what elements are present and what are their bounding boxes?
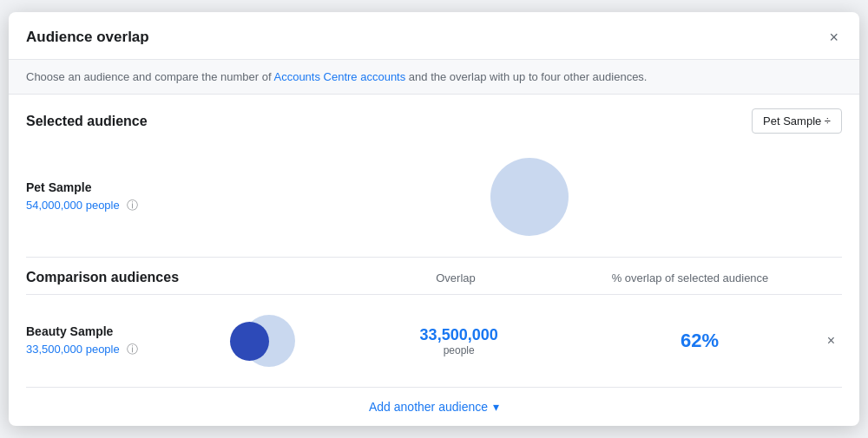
modal-subtitle: Choose an audience and compare the numbe…: [9, 60, 859, 95]
selected-audience-count: 54,000,000 people: [26, 199, 120, 212]
comparison-section-title: Comparison audiences: [26, 270, 339, 285]
modal-header: Audience overlap ×: [9, 12, 859, 60]
overlap-percent: 62%: [681, 330, 719, 351]
accounts-centre-link[interactable]: Accounts Centre accounts: [273, 70, 405, 83]
selected-audience-content: Pet Sample 54,000,000 people ⓘ: [26, 144, 842, 257]
overlap-circles: [182, 311, 339, 371]
selected-audience-info: Pet Sample 54,000,000 people ⓘ: [26, 180, 182, 213]
audience-dropdown[interactable]: Pet Sample ÷: [752, 108, 842, 134]
add-audience-button[interactable]: Add another audience ▾: [369, 400, 499, 414]
selected-audience-name: Pet Sample: [26, 180, 182, 194]
overlap-column-header: Overlap: [339, 271, 573, 284]
overlap-circle-foreground: [230, 322, 269, 361]
comparison-audience-name: Beauty Sample: [26, 324, 182, 338]
selected-audience-section: Selected audience Pet Sample ÷ Pet Sampl…: [9, 95, 859, 257]
add-audience-footer: Add another audience ▾: [9, 388, 859, 426]
overlap-number: 33,500,000: [339, 326, 579, 344]
selected-audience-circle-container: [217, 158, 842, 236]
selected-audience-circle: [490, 158, 569, 236]
comparison-audiences-section: Comparison audiences Overlap % overlap o…: [9, 258, 859, 388]
overlap-label: people: [339, 344, 579, 356]
modal-title: Audience overlap: [26, 29, 149, 46]
subtitle-text: Choose an audience and compare the numbe…: [26, 70, 273, 83]
comparison-audience-info: Beauty Sample 33,500,000 people ⓘ: [26, 324, 182, 357]
chevron-down-icon: ▾: [493, 400, 499, 414]
remove-comparison-button[interactable]: ×: [820, 330, 842, 352]
info-icon-selected[interactable]: ⓘ: [127, 199, 138, 212]
add-audience-label: Add another audience: [369, 400, 488, 414]
selected-audience-header: Selected audience Pet Sample ÷: [26, 95, 842, 144]
comparison-audience-count: 33,500,000 people: [26, 343, 120, 356]
selected-audience-title: Selected audience: [26, 114, 148, 129]
overlap-count-cell: 33,500,000 people: [339, 326, 579, 356]
audience-overlap-modal: Audience overlap × Choose an audience an…: [9, 12, 859, 426]
subtitle-text2: and the overlap with up to four other au…: [405, 70, 647, 83]
percent-column-header: % overlap of selected audience: [573, 271, 807, 284]
comparison-audiences-header: Comparison audiences Overlap % overlap o…: [26, 258, 842, 295]
info-icon-comparison[interactable]: ⓘ: [127, 343, 138, 356]
overlap-percent-cell: 62%: [579, 330, 819, 352]
comparison-row: Beauty Sample 33,500,000 people ⓘ 33,500…: [26, 295, 842, 388]
close-button[interactable]: ×: [825, 26, 842, 49]
